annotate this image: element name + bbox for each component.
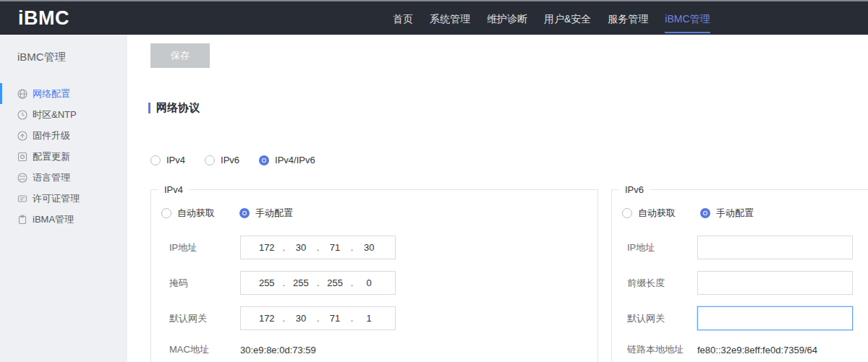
ipv6-prefix-length-input[interactable] — [697, 271, 853, 295]
radio-ipv4[interactable]: IPv4 — [150, 155, 185, 165]
link-local-address-value: fe80::32e9:8eff:fe0d:7359/64 — [697, 345, 817, 355]
field-label: 前缀长度 — [627, 277, 697, 290]
upgrade-icon — [17, 131, 27, 141]
top-bar: iBMC 首页 系统管理 维护诊断 用户&安全 服务管理 iBMC管理 — [0, 0, 868, 35]
app-logo: iBMC — [18, 7, 69, 30]
radio-label: 自动获取 — [177, 207, 215, 220]
sidebar-item-label: 时区&NTP — [33, 108, 77, 121]
radio-ipv6[interactable]: IPv6 — [205, 155, 239, 165]
sidebar-menu: 网络配置 时区&NTP 固件升级 配置更新 — [0, 83, 127, 230]
ipv4-netmask-input[interactable]: 255 . 255 . 255 . 0 — [240, 271, 396, 295]
sidebar-item-label: iBMA管理 — [33, 213, 74, 226]
ip-octet[interactable]: 1 — [353, 313, 385, 324]
sidebar-item-network-config[interactable]: 网络配置 — [0, 83, 127, 104]
ip-octet[interactable]: 172 — [251, 242, 283, 253]
sidebar-item-timezone-ntp[interactable]: 时区&NTP — [0, 104, 127, 125]
sidebar-title: iBMC管理 — [17, 51, 127, 64]
ipv6-gateway-row: 默认网关 — [612, 306, 868, 330]
ipv6-panel-legend: IPv6 — [619, 184, 650, 195]
field-label: 默认网关 — [627, 312, 697, 325]
nav-item-home[interactable]: 首页 — [393, 3, 413, 36]
field-label: 默认网关 — [169, 312, 240, 325]
field-label: IP地址 — [169, 241, 240, 254]
field-label: IP地址 — [627, 241, 697, 254]
sidebar-item-ibma[interactable]: iBMA管理 — [0, 209, 127, 230]
clock-icon — [17, 110, 27, 120]
protocol-radio-group: IPv4 IPv6 IPv4/IPv6 — [150, 155, 315, 165]
nav-item-services[interactable]: 服务管理 — [608, 3, 648, 36]
radio-label: 自动获取 — [638, 207, 676, 220]
radio-icon — [161, 208, 171, 218]
active-indicator-bar — [0, 209, 2, 230]
ipv6-prefix-length-row: 前缀长度 — [612, 271, 868, 295]
config-update-icon — [17, 152, 27, 162]
ipv4-panel: IPv4 自动获取 手动配置 IP地址 172 . 30 . 71 . 30 — [150, 184, 598, 362]
radio-icon — [205, 155, 215, 165]
ip-octet[interactable]: 30 — [285, 313, 317, 324]
nav-item-ibmc-management[interactable]: iBMC管理 — [665, 3, 710, 36]
section-accent-bar — [148, 103, 150, 113]
ipv4-panel-legend: IPv4 — [158, 184, 189, 195]
ipv4-mode-radio-group: 自动获取 手动配置 — [161, 207, 597, 220]
sidebar-item-language[interactable]: 语言管理 — [0, 167, 127, 188]
ipv6-radio-auto[interactable]: 自动获取 — [622, 207, 676, 220]
active-indicator-bar — [0, 125, 2, 146]
active-indicator-bar — [0, 167, 2, 188]
ip-octet[interactable]: 172 — [251, 313, 283, 324]
radio-label: 手动配置 — [255, 207, 293, 220]
sidebar-item-label: 配置更新 — [33, 150, 70, 163]
radio-icon — [259, 155, 269, 165]
nav-item-user-security[interactable]: 用户&安全 — [544, 3, 591, 36]
mac-address-value: 30:e9:8e:0d:73:59 — [240, 345, 316, 355]
radio-label: IPv4 — [166, 155, 185, 165]
globe-icon — [17, 89, 27, 99]
radio-icon — [622, 208, 632, 218]
top-navigation: 首页 系统管理 维护诊断 用户&安全 服务管理 iBMC管理 — [393, 3, 710, 36]
radio-label: IPv4/IPv6 — [275, 155, 315, 165]
sidebar: iBMC管理 网络配置 时区&NTP 固件升级 — [0, 35, 127, 362]
nav-item-maintenance[interactable]: 维护诊断 — [487, 3, 527, 36]
ip-octet[interactable]: 30 — [285, 242, 317, 253]
active-indicator-bar — [0, 188, 2, 209]
ip-octet[interactable]: 30 — [353, 242, 385, 253]
ip-octet[interactable]: 255 — [319, 277, 351, 288]
radio-icon — [700, 208, 710, 218]
ipv4-gateway-row: 默认网关 172 . 30 . 71 . 1 — [151, 306, 597, 330]
ipv6-panel: IPv6 自动获取 手动配置 IP地址 前缀长度 默认网关 链路本地地址 — [611, 184, 868, 362]
sidebar-item-license[interactable]: 许可证管理 — [0, 188, 127, 209]
ipv4-netmask-row: 掩码 255 . 255 . 255 . 0 — [151, 271, 597, 295]
radio-label: IPv6 — [221, 155, 239, 165]
ip-octet[interactable]: 255 — [285, 277, 317, 288]
main-content: 保存 网络协议 IPv4 IPv6 IPv4/IPv6 IPv4 自动获取 — [127, 35, 868, 362]
ibma-icon — [17, 215, 27, 225]
field-label: 链路本地地址 — [627, 343, 697, 356]
ipv6-ip-address-input[interactable] — [697, 236, 853, 259]
ipv4-mac-row: MAC地址 30:e9:8e:0d:73:59 — [151, 343, 597, 356]
active-indicator-bar — [0, 146, 2, 167]
ip-octet[interactable]: 255 — [251, 277, 283, 288]
ip-octet[interactable]: 71 — [319, 313, 351, 324]
nav-item-system[interactable]: 系统管理 — [430, 3, 470, 36]
radio-icon — [150, 155, 161, 165]
ipv6-radio-manual[interactable]: 手动配置 — [700, 207, 754, 220]
field-label: MAC地址 — [169, 343, 240, 356]
language-icon — [17, 173, 27, 183]
ipv4-ip-address-input[interactable]: 172 . 30 . 71 . 30 — [240, 236, 396, 259]
ipv4-radio-manual[interactable]: 手动配置 — [239, 207, 293, 220]
ipv4-ip-address-row: IP地址 172 . 30 . 71 . 30 — [151, 236, 597, 259]
sidebar-item-config-update[interactable]: 配置更新 — [0, 146, 127, 167]
radio-ipv4-ipv6[interactable]: IPv4/IPv6 — [259, 155, 315, 165]
ipv6-gateway-input[interactable] — [697, 306, 853, 330]
save-button[interactable]: 保存 — [150, 43, 210, 68]
ipv6-link-local-row: 链路本地地址 fe80::32e9:8eff:fe0d:7359/64 — [612, 343, 868, 356]
ip-octet[interactable]: 71 — [319, 242, 351, 253]
section-header: 网络协议 — [148, 101, 200, 115]
ip-octet[interactable]: 0 — [353, 277, 385, 288]
ipv6-mode-radio-group: 自动获取 手动配置 — [622, 207, 868, 220]
section-title: 网络协议 — [156, 101, 200, 115]
sidebar-item-label: 网络配置 — [33, 87, 70, 100]
sidebar-item-label: 语言管理 — [33, 171, 70, 184]
ipv4-radio-auto[interactable]: 自动获取 — [161, 207, 215, 220]
sidebar-item-firmware-upgrade[interactable]: 固件升级 — [0, 125, 127, 146]
ipv4-gateway-input[interactable]: 172 . 30 . 71 . 1 — [240, 306, 396, 330]
